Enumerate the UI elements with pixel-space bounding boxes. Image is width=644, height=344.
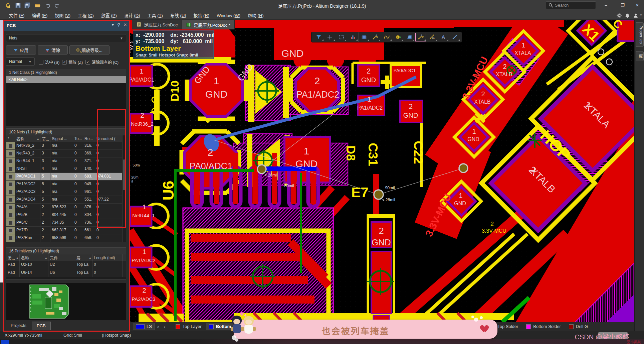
menu-C[interactable]: 工程 (C) [74, 10, 97, 20]
route-icon [372, 34, 379, 40]
doc-tab[interactable]: 足底压力.PcbDoc * [182, 20, 235, 29]
tool-select-area-icon[interactable] [336, 32, 347, 42]
svg-text:2: 2 [367, 67, 371, 75]
checkbox-option-1[interactable]: ✓缩放 (Z) [62, 59, 83, 65]
menu-R[interactable]: 报告 (R) [190, 10, 213, 20]
primitive-row-U6-14[interactable]: PadU6-14U6Top La0 [6, 269, 126, 277]
panel-mode-select[interactable]: Nets▼ [6, 34, 126, 42]
primitive-row-U2-10[interactable]: PadU2-10U2Top La0 [6, 261, 126, 269]
layer-next-icon[interactable]: ∨ [161, 325, 168, 328]
nets-col-2[interactable]: 节... [40, 135, 50, 142]
tool-column-chart-icon[interactable] [347, 32, 358, 42]
nets-col-0[interactable]: * [6, 135, 15, 142]
svg-text:1: 1 [142, 203, 146, 211]
checkbox-option-0[interactable]: 选中 (S) [39, 59, 59, 65]
menu-W[interactable]: Window (W) [213, 11, 244, 20]
current-layer-chip[interactable]: LS [133, 323, 155, 330]
nets-col-5[interactable]: Ro... [83, 135, 95, 142]
tab-properties[interactable]: Properties [636, 22, 644, 47]
prims-col-1[interactable]: 名称▴ [20, 254, 48, 261]
pcb-panel-header[interactable]: PCB [3, 21, 129, 31]
chip-icon [361, 34, 367, 40]
tool-line-icon[interactable] [449, 32, 460, 42]
tune-icon [384, 34, 390, 40]
layer-tab-Bottom-Solder[interactable]: Bottom Solder [523, 323, 564, 330]
tool-route-icon[interactable] [415, 32, 426, 42]
right-panel-strip: Properties 库 [634, 20, 644, 331]
panel-tab-Projects[interactable]: Projects [6, 322, 31, 330]
close-button[interactable]: ✕ [631, 0, 644, 10]
nets-col-1[interactable]: 名称▴ [15, 135, 40, 142]
pcb-editor-canvas[interactable]: GNDGNDGND1GND2PA1/ADC21PA0/ADC12NetR36_2… [130, 20, 634, 322]
restore-button[interactable]: ❐ [616, 0, 629, 10]
svg-text:A: A [442, 34, 445, 40]
prims-col-4[interactable]: Length (mil) [92, 254, 123, 261]
board-preview[interactable] [6, 283, 126, 320]
layer-tab-Top-Layer[interactable]: Top Layer [173, 323, 205, 330]
clear-filter-button[interactable]: ✕ 清除 [38, 45, 68, 54]
menu-U[interactable]: 布线 (U) [167, 10, 190, 20]
net-class-caption: 1 Net Class (1 Highlighted) [6, 69, 126, 76]
hud-snap-info: Snap: 5mil Hotspot Snap: 8mil [136, 52, 211, 58]
prims-col-2[interactable]: 元件 [48, 254, 75, 261]
net-row-PA6/C[interactable]: PA6/C2734.350736.0 [6, 219, 126, 227]
user-icon[interactable] [632, 12, 639, 19]
net-row-NetR36_2[interactable]: NetR36_23n/a0316.0 [6, 142, 126, 150]
svg-text:GND: GND [372, 237, 391, 247]
svg-text:XTALB: XTALB [496, 72, 512, 77]
nets-col-4[interactable]: To... [73, 135, 83, 142]
minimize-button[interactable]: – [599, 0, 613, 10]
svg-text:1: 1 [304, 145, 309, 156]
nets-col-3[interactable]: Signal ... [50, 135, 73, 142]
panel-dropdown-icon[interactable]: ▾ [112, 22, 114, 27]
zoom-level-button[interactable]: 缩放等级... [69, 45, 110, 54]
doc-tab[interactable]: 足底压力.SchDoc [132, 20, 182, 29]
panel-pin-icon[interactable]: ⚲ [117, 22, 120, 27]
net-row-PA4/A[interactable]: PA4/A2876.5230876.0 [6, 204, 126, 211]
prims-col-3[interactable]: 层▴ [75, 254, 92, 261]
tool-tune-icon[interactable] [381, 32, 392, 42]
panel-tab-PCB[interactable]: PCB [32, 322, 51, 330]
menu-V[interactable]: 视图 (V) [51, 10, 74, 20]
apply-filter-button[interactable]: 应用 [6, 45, 36, 54]
tool-crosshair-icon[interactable] [324, 32, 336, 42]
menu-F[interactable]: 文件 (F) [5, 10, 28, 20]
svg-text:il: il [132, 179, 133, 183]
net-row-PA2/ADC3[interactable]: PA2/ADC35n/a0961.0 [6, 188, 126, 196]
tool-via-icon[interactable] [392, 32, 404, 42]
menu-E[interactable]: 编辑 (E) [28, 10, 51, 20]
tool-route-icon[interactable] [370, 32, 381, 42]
tool-polygon-icon[interactable] [404, 32, 415, 42]
nets-col-6[interactable]: Unrouted ( [95, 135, 123, 142]
tool-text-icon[interactable]: A [438, 32, 449, 42]
net-row-PA1/ADC2[interactable]: PA1/ADC25n/a0949.0 [6, 181, 126, 188]
layer-prev-icon[interactable]: ∧ [155, 325, 161, 328]
bell-icon[interactable] [624, 12, 631, 19]
panel-close-icon[interactable]: ✕ [124, 22, 127, 27]
nets-scrollbar[interactable] [122, 135, 126, 242]
net-row-PA5/B[interactable]: PA5/B2804.4450804.0 [6, 211, 126, 219]
net-row-NRST[interactable]: NRST4n/a0140.0 [6, 165, 126, 173]
tool-filter-icon[interactable] [313, 32, 324, 42]
prims-col-0[interactable]: 类...▴ [6, 254, 20, 261]
tab-library[interactable]: 库 [636, 51, 644, 61]
menu-T[interactable]: 工具 (T) [144, 10, 167, 20]
display-mode-select[interactable]: Normal▼ [6, 58, 35, 66]
layer-tab-Drill-G[interactable]: Drill G [566, 323, 591, 330]
net-class-selected-row[interactable]: <All Nets> [6, 76, 126, 83]
menu-P[interactable]: 放置 (P) [97, 10, 121, 20]
net-row-PA7/D[interactable]: PA7/D2662.8170661.0 [6, 227, 126, 234]
tool-measure-icon[interactable]: 10 [426, 32, 438, 42]
net-row-PA3/ADC4[interactable]: PA3/ADC45n/a0551.377.22 [6, 196, 126, 204]
net-row-PA0/ADC1[interactable]: PA0/ADC15n/a0683.374.031 [6, 173, 126, 181]
menu-D[interactable]: 设计 (D) [121, 10, 144, 20]
net-row-NetR43_2[interactable]: NetR43_23n/a0369.0 [6, 150, 126, 157]
menu-H[interactable]: 帮助 (H) [244, 10, 267, 20]
tool-chip-icon[interactable] [358, 32, 370, 42]
user-caret-icon[interactable]: ▼ [640, 14, 642, 17]
net-row-PA8/Run[interactable]: PA8/Run2658.5990658.0 [6, 234, 126, 242]
checkbox-option-2[interactable]: ✓清除现有的 (C) [85, 59, 119, 65]
gear-icon[interactable] [615, 12, 623, 19]
search-input[interactable]: Search [546, 1, 596, 9]
net-row-NetR44_1[interactable]: NetR44_13n/a0371.0 [6, 157, 126, 165]
